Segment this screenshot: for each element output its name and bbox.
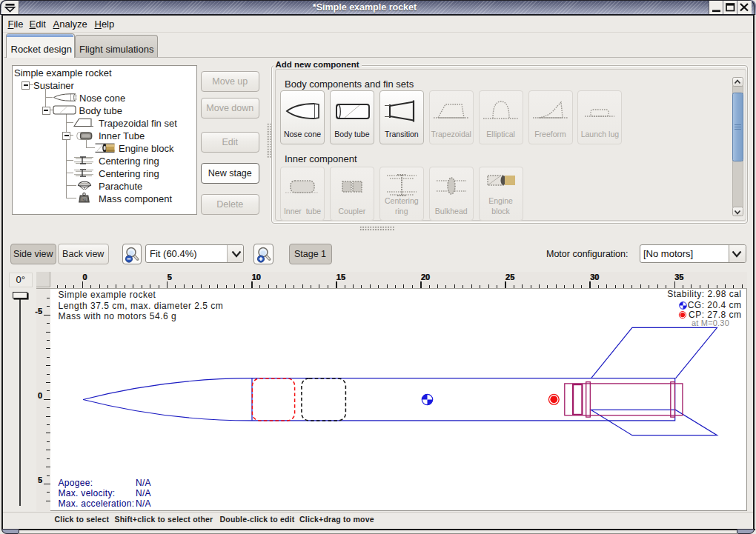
svg-text:N/A: N/A [136, 487, 151, 498]
svg-text:Mass with no motors 54.6 g: Mass with no motors 54.6 g [58, 310, 176, 321]
svg-text:Stability: 2.98 cal: Stability: 2.98 cal [667, 289, 741, 299]
svg-text:CG: 20.4 cm: CG: 20.4 cm [687, 299, 741, 310]
svg-text:Length 37.5 cm, max. diameter: Length 37.5 cm, max. diameter 2.5 cm [58, 300, 223, 310]
svg-text:at M=0.30: at M=0.30 [691, 318, 729, 327]
svg-text:Simple example rocket: Simple example rocket [58, 290, 156, 300]
svg-text:Max. acceleration:: Max. acceleration: [58, 498, 134, 508]
svg-text:N/A: N/A [136, 498, 151, 508]
svg-text:N/A: N/A [136, 478, 151, 488]
svg-text:kg: kg [82, 198, 86, 201]
svg-text:Apogee:: Apogee: [58, 478, 93, 488]
svg-text:Max. velocity:: Max. velocity: [58, 487, 115, 498]
